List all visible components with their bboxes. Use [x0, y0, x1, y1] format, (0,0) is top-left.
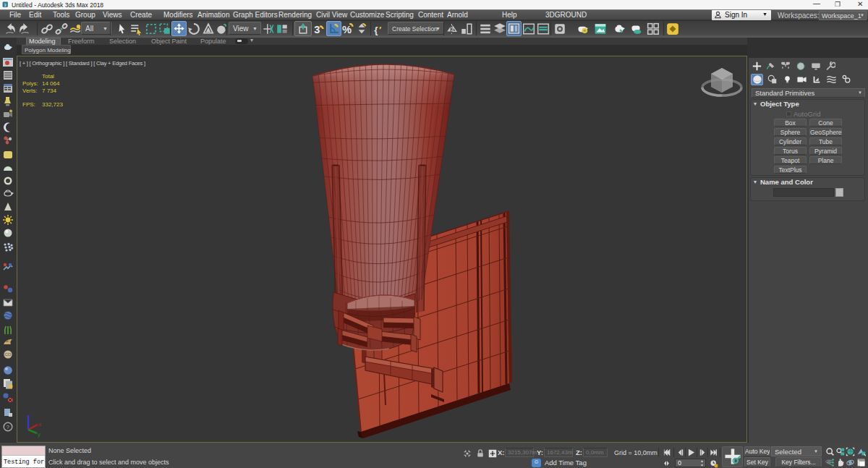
- svg-text:3: 3: [4, 2, 7, 7]
- svg-text:CO: CO: [4, 352, 11, 357]
- svg-text:′: ′: [379, 25, 381, 35]
- svg-text:?: ?: [7, 424, 10, 430]
- svg-text:x: x: [38, 421, 41, 427]
- svg-text:y: y: [38, 431, 41, 438]
- svg-text:HF: HF: [4, 339, 9, 343]
- svg-text:%: %: [342, 24, 352, 35]
- svg-text:{: {: [374, 25, 378, 35]
- svg-text:3: 3: [314, 24, 320, 35]
